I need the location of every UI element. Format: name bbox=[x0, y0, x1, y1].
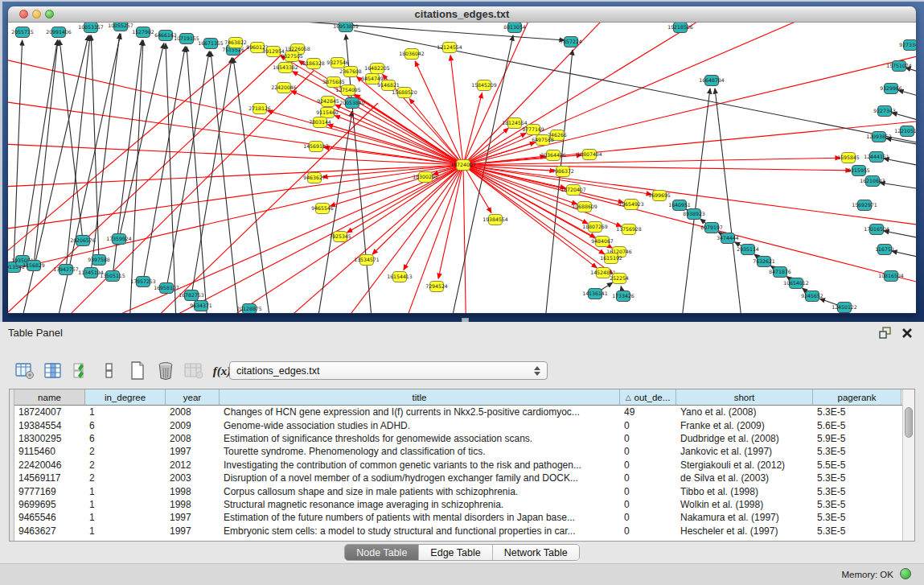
column-header-in_degree[interactable]: in_degree bbox=[85, 389, 166, 405]
table-cell[interactable]: Corpus callosum shape and size in male p… bbox=[220, 484, 620, 497]
edge-red[interactable] bbox=[328, 125, 463, 165]
edge-black[interactable] bbox=[143, 47, 185, 282]
table-cell[interactable]: 9463627 bbox=[14, 525, 85, 538]
network-node[interactable]: 17957253 bbox=[130, 277, 156, 287]
table-cell[interactable]: 2 bbox=[85, 472, 166, 484]
table-cell[interactable]: 2008 bbox=[166, 406, 220, 418]
table-cell[interactable]: 1997 bbox=[166, 525, 220, 538]
table-cell[interactable]: 0 bbox=[620, 525, 676, 538]
network-node[interactable]: 1595845 bbox=[837, 153, 860, 163]
table-cell[interactable]: Nakamura et al. (1997) bbox=[676, 511, 813, 524]
edge-red[interactable] bbox=[463, 23, 539, 165]
network-node[interactable]: 13756928 bbox=[616, 225, 642, 235]
network-node[interactable]: 8215955 bbox=[848, 166, 870, 176]
network-node[interactable]: 18300295 bbox=[413, 172, 438, 183]
table-cell[interactable]: 5.3E-5 bbox=[813, 511, 901, 524]
network-node[interactable]: 1733426 bbox=[612, 291, 634, 302]
table-cell[interactable]: 14569117 bbox=[14, 472, 85, 484]
network-node[interactable]: 16154413 bbox=[387, 272, 413, 282]
table-cell[interactable]: Hescheler et al. (1997) bbox=[676, 525, 813, 538]
table-cell[interactable]: Investigating the contribution of common… bbox=[220, 459, 620, 472]
table-cell[interactable]: 0 bbox=[620, 432, 676, 445]
network-node[interactable]: 9329966 bbox=[880, 84, 902, 94]
network-node[interactable]: 9397588 bbox=[88, 255, 110, 266]
edge-red[interactable] bbox=[8, 165, 463, 232]
table-cell[interactable]: 5.3E-5 bbox=[813, 498, 901, 511]
edge-black[interactable] bbox=[34, 40, 58, 266]
table-cell[interactable]: Genome-wide association studies in ADHD. bbox=[220, 418, 620, 431]
network-node[interactable]: 12444151 bbox=[864, 152, 889, 163]
network-node[interactable]: 18807269 bbox=[582, 222, 608, 233]
table-source-select[interactable]: citations_edges.txt bbox=[229, 361, 548, 380]
column-header-year[interactable]: year bbox=[166, 389, 220, 405]
network-node[interactable]: 116753 bbox=[875, 245, 894, 255]
edge-red[interactable] bbox=[463, 165, 916, 288]
table-cell[interactable]: 5.3E-5 bbox=[813, 472, 901, 484]
network-node[interactable]: 16482205 bbox=[364, 64, 390, 74]
table-cell[interactable]: 0 bbox=[620, 445, 676, 458]
edge-black[interactable] bbox=[23, 40, 57, 261]
network-node[interactable]: 9245652 bbox=[801, 291, 823, 302]
tab-network-table[interactable]: Network Table bbox=[492, 545, 579, 560]
table-cell[interactable]: 9465546 bbox=[14, 511, 85, 524]
table-cell[interactable]: Changes of HCN gene expression and I(f) … bbox=[220, 406, 620, 418]
network-node[interactable]: 9273341 bbox=[899, 40, 916, 51]
table-row[interactable]: 1938455462009Genome-wide association stu… bbox=[14, 418, 902, 431]
network-node[interactable]: 13534571 bbox=[354, 255, 380, 266]
column-header-name[interactable]: name bbox=[14, 389, 85, 405]
network-node[interactable]: 14569117 bbox=[303, 142, 329, 152]
network-node[interactable]: 8471876 bbox=[769, 267, 791, 278]
network-node[interactable]: 9227343 bbox=[873, 106, 896, 117]
table-cell[interactable]: Estimation of significance thresholds fo… bbox=[220, 432, 620, 445]
edge-black[interactable] bbox=[187, 47, 209, 313]
select-columns-icon[interactable] bbox=[43, 360, 64, 381]
table-cell[interactable]: de Silva et al. (2003) bbox=[676, 472, 813, 484]
edge-red[interactable] bbox=[121, 103, 378, 313]
table-cell[interactable]: Tourette syndrome. Phenomenology and cla… bbox=[220, 445, 620, 458]
network-node[interactable]: 9463627 bbox=[303, 173, 326, 183]
edge-red[interactable] bbox=[463, 165, 851, 171]
edge-black[interactable] bbox=[166, 51, 209, 288]
new-file-icon[interactable] bbox=[127, 360, 148, 381]
table-cell[interactable]: 0 bbox=[620, 472, 676, 484]
network-node[interactable]: 9115460 bbox=[316, 108, 339, 118]
table-cell[interactable]: Wolkin et al. (1998) bbox=[676, 498, 813, 511]
edge-black[interactable] bbox=[191, 58, 232, 295]
network-node[interactable]: 12093852 bbox=[866, 132, 892, 142]
network-node[interactable]: 19384554 bbox=[483, 215, 508, 225]
table-row[interactable]: 946554611997Estimation of the future num… bbox=[14, 511, 902, 524]
table-row[interactable]: 969969511998Structural magnetic resonanc… bbox=[14, 498, 902, 511]
table-cell[interactable]: 2008 bbox=[166, 432, 220, 445]
table-cell[interactable]: 1998 bbox=[166, 498, 220, 511]
edge-black[interactable] bbox=[880, 183, 916, 189]
network-node[interactable]: 17016504 bbox=[864, 225, 889, 235]
network-node[interactable]: 10816504 bbox=[878, 271, 904, 282]
column-header-short[interactable]: short bbox=[676, 389, 813, 405]
network-node[interactable]: 9484067 bbox=[591, 237, 614, 247]
edge-red[interactable] bbox=[8, 47, 249, 264]
network-node[interactable]: 19654923 bbox=[618, 200, 644, 210]
column-checklist-icon[interactable] bbox=[71, 360, 92, 381]
network-node[interactable]: 20364436 bbox=[540, 150, 566, 161]
network-node[interactable]: 7986372 bbox=[552, 167, 574, 177]
vertical-scrollbar[interactable] bbox=[902, 389, 914, 541]
edge-red[interactable] bbox=[450, 56, 463, 165]
table-cell[interactable]: 1 bbox=[85, 498, 166, 511]
table-row[interactable]: 977716911998Corpus callosum shape and si… bbox=[14, 484, 902, 497]
network-node[interactable]: 15845209 bbox=[471, 80, 497, 91]
network-node[interactable]: 7857224 bbox=[560, 37, 582, 47]
table-cell[interactable]: Tibbo et al. (1998) bbox=[676, 484, 813, 497]
network-node[interactable]: 16720407 bbox=[561, 185, 586, 196]
table-cell[interactable]: 19384554 bbox=[14, 418, 85, 431]
import-table-icon[interactable] bbox=[183, 360, 204, 381]
table-cell[interactable]: 22420046 bbox=[14, 459, 85, 472]
table-cell[interactable]: Stergiakouli et al. (2012) bbox=[676, 459, 813, 472]
edge-red[interactable] bbox=[105, 165, 463, 313]
edge-red[interactable] bbox=[463, 165, 491, 212]
edge-black[interactable] bbox=[884, 231, 916, 238]
table-cell[interactable]: 2009 bbox=[166, 418, 220, 431]
table-cell[interactable]: 0 bbox=[620, 418, 676, 431]
table-cell[interactable]: Disruption of a novel member of a sodium… bbox=[220, 472, 620, 484]
network-node[interactable]: 16543382 bbox=[273, 63, 298, 73]
network-node[interactable]: 10719155 bbox=[174, 34, 199, 44]
